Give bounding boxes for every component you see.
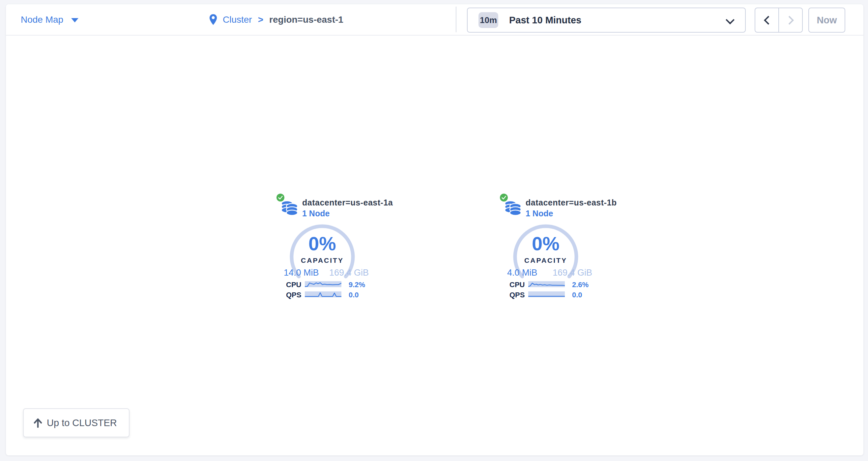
cpu-value: 2.6% bbox=[572, 281, 589, 289]
cpu-sparkline bbox=[528, 281, 565, 287]
map-pin-icon bbox=[209, 14, 217, 26]
locality-node-count: 1 Node bbox=[526, 209, 553, 218]
time-next-button[interactable] bbox=[778, 8, 802, 32]
cpu-metric-row: CPU 2.6% bbox=[500, 281, 614, 289]
cpu-label: CPU bbox=[286, 281, 301, 289]
capacity-total: 169.4 GiB bbox=[329, 268, 369, 278]
chevron-left-icon bbox=[764, 16, 773, 25]
capacity-total: 169.4 GiB bbox=[553, 268, 592, 278]
header-divider bbox=[456, 7, 457, 32]
check-circle-icon bbox=[277, 194, 284, 201]
cpu-label: CPU bbox=[509, 281, 525, 289]
cpu-sparkline bbox=[305, 281, 341, 287]
locality-card-us-east-1b[interactable]: datacenter=us-east-1b 1 Node 0% CAPACITY… bbox=[500, 193, 614, 303]
capacity-percent: 0% bbox=[288, 232, 357, 255]
locality-card-us-east-1a[interactable]: datacenter=us-east-1a 1 Node 0% CAPACITY… bbox=[277, 193, 390, 303]
locality-title: datacenter=us-east-1a bbox=[302, 198, 393, 207]
qps-metric-row: QPS 0.0 bbox=[500, 291, 614, 299]
locality-title: datacenter=us-east-1b bbox=[526, 198, 617, 207]
qps-value: 0.0 bbox=[572, 291, 582, 299]
qps-metric-row: QPS 0.0 bbox=[277, 291, 390, 299]
capacity-values: 4.0 MiB 169.4 GiB bbox=[507, 268, 592, 278]
caret-down-icon bbox=[71, 18, 79, 22]
cpu-value: 9.2% bbox=[349, 281, 365, 289]
up-to-cluster-label: Up to CLUSTER bbox=[47, 418, 117, 428]
qps-sparkline bbox=[528, 291, 565, 297]
breadcrumb: Cluster > region=us-east-1 bbox=[209, 4, 343, 35]
time-range-select[interactable]: 10m Past 10 Minutes bbox=[467, 7, 746, 33]
capacity-label: CAPACITY bbox=[511, 257, 580, 264]
cpu-metric-row: CPU 9.2% bbox=[277, 281, 390, 289]
time-nav-group bbox=[755, 7, 803, 33]
capacity-percent: 0% bbox=[511, 232, 580, 255]
now-button[interactable]: Now bbox=[808, 7, 845, 33]
qps-value: 0.0 bbox=[349, 291, 359, 299]
qps-label: QPS bbox=[509, 291, 525, 299]
locality-node-count: 1 Node bbox=[302, 209, 330, 218]
chevron-down-icon bbox=[726, 15, 735, 24]
time-prev-button[interactable] bbox=[755, 8, 778, 32]
capacity-used: 14.0 MiB bbox=[284, 268, 319, 278]
breadcrumb-current: region=us-east-1 bbox=[269, 14, 343, 25]
up-to-cluster-button[interactable]: Up to CLUSTER bbox=[23, 408, 129, 437]
qps-label: QPS bbox=[286, 291, 301, 299]
time-range-badge: 10m bbox=[478, 12, 498, 28]
qps-sparkline bbox=[305, 291, 341, 297]
capacity-label: CAPACITY bbox=[288, 257, 357, 264]
check-circle-icon bbox=[500, 194, 508, 201]
time-range-label: Past 10 Minutes bbox=[509, 15, 581, 26]
arrow-up-icon bbox=[34, 418, 42, 428]
view-selector-label: Node Map bbox=[21, 14, 63, 25]
breadcrumb-cluster-link[interactable]: Cluster bbox=[223, 14, 252, 25]
chevron-right-icon bbox=[785, 16, 794, 25]
capacity-used: 4.0 MiB bbox=[507, 268, 537, 278]
header: Node Map Cluster > region=us-east-1 10m … bbox=[6, 4, 863, 36]
view-selector-dropdown[interactable]: Node Map bbox=[21, 4, 79, 35]
node-map-panel: Node Map Cluster > region=us-east-1 10m … bbox=[6, 4, 863, 455]
capacity-values: 14.0 MiB 169.4 GiB bbox=[284, 268, 369, 278]
breadcrumb-separator: > bbox=[258, 14, 263, 25]
